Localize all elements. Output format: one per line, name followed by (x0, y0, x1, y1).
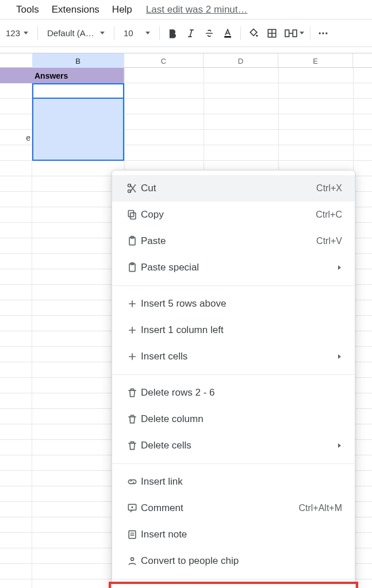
menu-help[interactable]: Help (106, 2, 138, 18)
borders-button[interactable] (263, 25, 281, 42)
cell-a-partial2[interactable]: e (0, 130, 32, 145)
number-format-label: 123 (6, 28, 20, 38)
plus-icon (124, 297, 141, 310)
svg-point-1 (256, 34, 258, 36)
col-header-b[interactable]: B (32, 53, 124, 68)
menu-item-insert-1-column-left[interactable]: Insert 1 column left (112, 317, 355, 343)
menu-item-copy[interactable]: CopyCtrl+C (112, 202, 355, 228)
chevron-down-icon (145, 32, 150, 34)
menu-item-label: Delete rows 2 - 6 (141, 387, 342, 399)
note-icon (124, 528, 141, 541)
menu-item-delete-rows-2-6[interactable]: Delete rows 2 - 6 (112, 380, 355, 406)
fill-color-icon (248, 28, 259, 39)
svg-point-8 (128, 184, 131, 187)
svg-rect-0 (224, 36, 231, 38)
menu-item-paste[interactable]: PasteCtrl+V (112, 228, 355, 254)
font-family-label: Default (Ari… (47, 28, 97, 38)
menu-item-insert-5-rows-above[interactable]: Insert 5 rows above (112, 291, 355, 317)
paste-icon (124, 235, 141, 247)
menu-item-delete-column[interactable]: Delete column (112, 406, 355, 432)
menu-item-label: Copy (141, 209, 316, 220)
more-tools-button[interactable] (314, 25, 332, 42)
italic-button[interactable] (182, 25, 200, 42)
col-header-d[interactable]: D (204, 53, 278, 68)
menu-item-label: Insert 5 rows above (141, 298, 342, 310)
italic-icon (185, 28, 197, 39)
active-cell (32, 83, 124, 99)
submenu-arrow-icon (336, 264, 342, 272)
trash-icon (124, 413, 141, 425)
person-icon (124, 555, 141, 567)
menu-item-label: Cut (141, 183, 316, 194)
menu-item-label: Paste special (141, 262, 336, 273)
svg-rect-10 (131, 213, 136, 219)
menu-item-shortcut: Ctrl+V (316, 236, 342, 246)
merge-icon (283, 28, 298, 39)
plus-icon (124, 324, 141, 336)
fill-color-button[interactable] (244, 25, 263, 42)
chevron-down-icon (100, 32, 105, 34)
cell-a-partial[interactable] (0, 99, 32, 114)
menu-item-label: Insert 1 column left (141, 324, 342, 336)
font-size-label: 10 (124, 28, 133, 38)
menu-item-label: Insert cells (141, 351, 336, 362)
menu-item-insert-link[interactable]: Insert link (112, 469, 355, 495)
menu-separator (112, 374, 355, 375)
menu-tools[interactable]: Tools (10, 2, 45, 18)
font-size-dropdown[interactable]: 10 (118, 25, 156, 42)
menu-item-label: Comment (141, 502, 298, 514)
chevron-down-icon (300, 32, 304, 34)
text-color-button[interactable] (218, 25, 237, 42)
separator (114, 26, 114, 40)
svg-rect-4 (293, 30, 297, 37)
menu-item-label: Convert to people chip (141, 555, 342, 567)
svg-point-9 (128, 190, 131, 193)
borders-icon (266, 28, 278, 39)
svg-point-6 (322, 32, 324, 34)
menu-separator (112, 285, 355, 286)
strike-icon (204, 28, 215, 39)
menu-item-shortcut: Ctrl+X (316, 183, 342, 194)
svg-point-5 (319, 32, 321, 34)
copy-icon (124, 208, 141, 221)
cell-b1[interactable]: Answers (0, 68, 124, 83)
menu-item-shortcut: Ctrl+C (316, 210, 342, 220)
col-header-c[interactable]: C (124, 53, 204, 68)
menu-item-cut[interactable]: CutCtrl+X (112, 175, 355, 202)
toolbar: 123 Default (Ari… 10 (0, 20, 372, 47)
plus-icon (124, 350, 141, 363)
menu-extensions[interactable]: Extensions (46, 2, 105, 18)
menu-item-insert-note[interactable]: Insert note (112, 521, 355, 548)
trash-icon (124, 386, 141, 399)
trash-icon (124, 439, 141, 452)
menu-item-convert-to-people-chip[interactable]: Convert to people chip (112, 548, 355, 574)
last-edit-link[interactable]: Last edit was 2 minut… (146, 4, 248, 16)
menu-item-view-more-cell-actions[interactable]: View more cell actions (112, 584, 355, 588)
bold-button[interactable] (163, 25, 182, 42)
menu-item-delete-cells[interactable]: Delete cells (112, 432, 355, 459)
menu-item-label: Delete cells (141, 440, 336, 451)
merge-cells-button[interactable] (281, 25, 306, 42)
menu-item-paste-special[interactable]: Paste special (112, 254, 355, 281)
menu-item-label: Paste (141, 235, 316, 247)
col-header-e[interactable]: E (278, 53, 353, 68)
menu-item-label: Insert note (141, 529, 342, 540)
svg-rect-11 (128, 211, 133, 217)
strike-button[interactable] (200, 25, 218, 42)
more-horizontal-icon (317, 28, 329, 39)
separator (37, 26, 38, 40)
chevron-down-icon (24, 32, 28, 34)
menu-item-comment[interactable]: CommentCtrl+Alt+M (112, 495, 355, 521)
font-family-dropdown[interactable]: Default (Ari… (41, 25, 110, 42)
svg-rect-3 (285, 30, 289, 37)
menu-item-label: Insert link (141, 476, 342, 488)
menu-separator (112, 579, 355, 579)
separator (240, 26, 241, 40)
menu-separator (112, 463, 355, 464)
column-headers: B C D E (0, 53, 372, 68)
menu-item-insert-cells[interactable]: Insert cells (112, 343, 355, 370)
paste-icon (124, 261, 141, 274)
number-format-dropdown[interactable]: 123 (0, 25, 34, 42)
svg-point-18 (131, 558, 134, 560)
context-menu: CutCtrl+XCopyCtrl+CPasteCtrl+VPaste spec… (112, 170, 355, 588)
